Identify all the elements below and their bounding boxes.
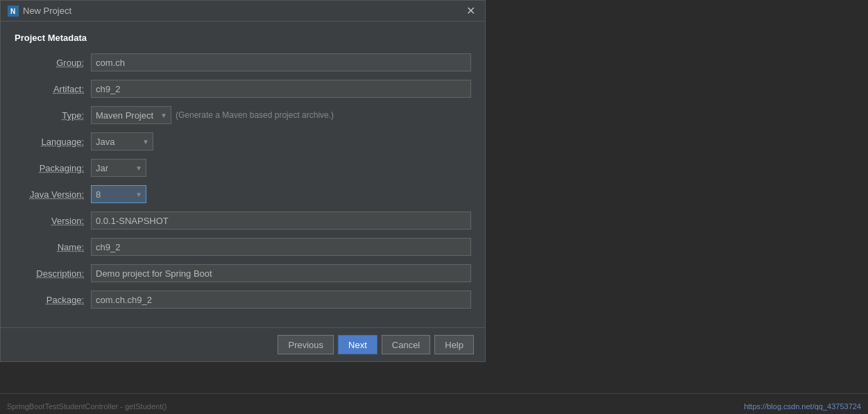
- new-project-icon: N: [8, 6, 19, 17]
- group-label: Group:: [15, 58, 91, 68]
- watermark-bar: SpringBootTestStudentController - getStu…: [0, 393, 868, 414]
- type-row: Type: Maven Project Gradle Project ▼ (Ge…: [15, 105, 471, 125]
- dialog-titlebar: N New Project ✕: [1, 1, 485, 21]
- dialog-title: New Project: [23, 6, 71, 16]
- version-row: Version:: [15, 211, 471, 230]
- type-select-group: Maven Project Gradle Project ▼ (Generate…: [91, 106, 334, 124]
- next-button[interactable]: Next: [338, 335, 377, 354]
- language-label: Language:: [15, 137, 91, 147]
- dialog-body: Project Metadata Group: Artifact: Type: …: [1, 21, 485, 327]
- cancel-button[interactable]: Cancel: [382, 335, 430, 354]
- java-version-select-wrapper: 8 11 17 ▼: [91, 185, 146, 203]
- type-select-wrapper: Maven Project Gradle Project ▼: [91, 106, 171, 124]
- version-label: Version:: [15, 216, 91, 226]
- artifact-label: Artifact:: [15, 84, 91, 94]
- package-input[interactable]: [91, 291, 471, 309]
- description-label: Description:: [15, 268, 91, 279]
- type-description: (Generate a Maven based project archive.…: [176, 110, 334, 120]
- previous-button[interactable]: Previous: [278, 335, 334, 354]
- version-input[interactable]: [91, 212, 471, 230]
- close-button[interactable]: ✕: [463, 6, 478, 17]
- artifact-row: Artifact:: [15, 79, 471, 98]
- java-version-label: Java Version:: [15, 189, 91, 200]
- language-row: Language: Java Kotlin Groovy ▼: [15, 132, 471, 151]
- package-label: Package:: [15, 295, 91, 305]
- help-button[interactable]: Help: [434, 335, 474, 354]
- artifact-input[interactable]: [91, 80, 471, 98]
- language-select[interactable]: Java Kotlin Groovy: [91, 132, 153, 150]
- type-label: Type:: [15, 110, 91, 121]
- dialog-title-left: N New Project: [8, 6, 71, 17]
- new-project-dialog: N New Project ✕ Project Metadata Group: …: [0, 0, 486, 362]
- description-input[interactable]: [91, 264, 471, 282]
- packaging-label: Packaging:: [15, 163, 91, 173]
- language-select-wrapper: Java Kotlin Groovy ▼: [91, 132, 153, 150]
- url-text: https://blog.csdn.net/qq_43753724: [744, 402, 861, 411]
- group-input[interactable]: [91, 53, 471, 71]
- dialog-footer: Previous Next Cancel Help: [1, 327, 485, 361]
- packaging-select[interactable]: Jar War: [91, 159, 146, 177]
- description-row: Description:: [15, 264, 471, 283]
- java-version-select[interactable]: 8 11 17: [91, 185, 146, 203]
- type-select[interactable]: Maven Project Gradle Project: [91, 106, 171, 124]
- packaging-select-wrapper: Jar War ▼: [91, 159, 146, 177]
- packaging-row: Packaging: Jar War ▼: [15, 158, 471, 178]
- svg-text:N: N: [10, 8, 15, 15]
- java-version-row: Java Version: 8 11 17 ▼: [15, 184, 471, 204]
- group-row: Group:: [15, 53, 471, 72]
- section-heading: Project Metadata: [15, 33, 471, 43]
- name-input[interactable]: [91, 238, 471, 256]
- name-label: Name:: [15, 242, 91, 252]
- name-row: Name:: [15, 237, 471, 257]
- taskbar-text: SpringBootTestStudentController - getStu…: [7, 402, 167, 411]
- package-row: Package:: [15, 290, 471, 309]
